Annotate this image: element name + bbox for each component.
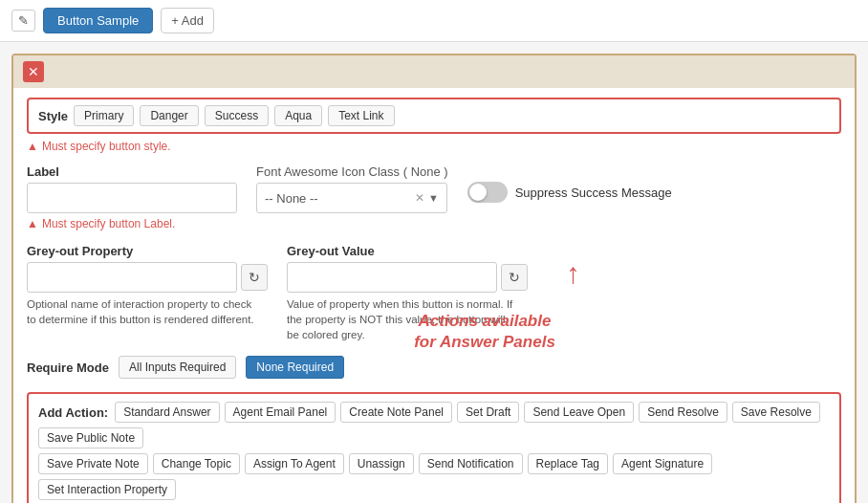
annotation-arrow-icon: ↑ xyxy=(566,257,580,290)
label-group: Label ▲ Must specify button Label. xyxy=(27,164,237,230)
close-button[interactable]: ✕ xyxy=(23,61,44,82)
require-mode-label: Require Mode xyxy=(27,361,109,375)
style-tab-danger[interactable]: Danger xyxy=(140,105,198,126)
action-agent-email-panel[interactable]: Agent Email Panel xyxy=(225,402,336,423)
refresh-icon: ↻ xyxy=(249,270,260,285)
panel-body: Style Primary Danger Success Aqua Text L… xyxy=(13,88,855,503)
action-set-interaction-property[interactable]: Set Interaction Property xyxy=(38,479,176,500)
greyout-value-input-row: ↻ xyxy=(287,262,528,293)
actions-row-1: Add Action: Standard Answer Agent Email … xyxy=(38,402,830,448)
error-triangle-icon: ▲ xyxy=(27,140,38,153)
font-awesome-label: Font Awesome Icon Class ( None ) xyxy=(256,164,448,179)
action-unassign[interactable]: Unassign xyxy=(349,453,414,474)
actions-panel: Add Action: Standard Answer Agent Email … xyxy=(27,392,841,503)
greyout-property-desc: Optional name of interaction property to… xyxy=(27,296,256,327)
action-standard-answer[interactable]: Standard Answer xyxy=(115,402,219,423)
greyout-value-refresh-button[interactable]: ↻ xyxy=(501,264,528,291)
action-change-topic[interactable]: Change Topic xyxy=(153,453,240,474)
suppress-toggle[interactable] xyxy=(467,182,508,203)
label-label: Label xyxy=(27,164,237,179)
style-error: ▲ Must specify button style. xyxy=(27,140,841,153)
style-tab-success[interactable]: Success xyxy=(205,105,269,126)
main-panel: ✕ Style Primary Danger Success Aqua Text… xyxy=(11,54,857,503)
style-tab-primary[interactable]: Primary xyxy=(74,105,134,126)
action-send-notification[interactable]: Send Notification xyxy=(419,453,523,474)
edit-icon-button[interactable]: ✎ xyxy=(11,10,35,32)
action-assign-to-agent[interactable]: Assign To Agent xyxy=(245,453,344,474)
none-required-button[interactable]: None Required xyxy=(246,356,344,379)
actions-row-2: Save Private Note Change Topic Assign To… xyxy=(38,453,830,500)
suppress-label: Suppress Success Message xyxy=(515,186,672,200)
select-value: -- None -- xyxy=(265,191,415,206)
action-replace-tag[interactable]: Replace Tag xyxy=(528,453,609,474)
select-clear-icon[interactable]: ✕ xyxy=(415,191,424,205)
label-input[interactable] xyxy=(27,183,237,213)
greyout-property-label: Grey-out Property xyxy=(27,244,268,258)
action-send-leave-open[interactable]: Send Leave Open xyxy=(524,402,634,423)
add-button[interactable]: + Add xyxy=(161,8,214,33)
greyout-property-input-row: ↻ xyxy=(27,262,268,293)
close-icon: ✕ xyxy=(28,64,39,79)
style-label: Style xyxy=(38,109,68,123)
action-send-resolve[interactable]: Send Resolve xyxy=(639,402,727,423)
greyout-value-input[interactable] xyxy=(287,262,497,293)
greyout-property-group: Grey-out Property ↻ Optional name of int… xyxy=(27,244,268,327)
annotation-text: Actions available for Answer Panels xyxy=(408,311,561,353)
greyout-property-refresh-button[interactable]: ↻ xyxy=(241,264,268,291)
font-awesome-group: Font Awesome Icon Class ( None ) -- None… xyxy=(256,164,448,213)
label-row: Label ▲ Must specify button Label. Font … xyxy=(27,164,841,230)
top-bar: ✎ Button Sample + Add xyxy=(0,0,868,42)
button-sample-button[interactable]: Button Sample xyxy=(43,8,153,33)
action-save-resolve[interactable]: Save Resolve xyxy=(732,402,820,423)
panel-header: ✕ xyxy=(13,55,855,88)
style-tab-aqua[interactable]: Aqua xyxy=(274,105,322,126)
refresh-icon-2: ↻ xyxy=(509,270,520,285)
style-tabs-row: Style Primary Danger Success Aqua Text L… xyxy=(38,105,830,126)
action-create-note-panel[interactable]: Create Note Panel xyxy=(340,402,452,423)
greyout-value-label: Grey-out Value xyxy=(287,244,528,258)
suppress-group: Suppress Success Message xyxy=(467,182,672,203)
action-set-draft[interactable]: Set Draft xyxy=(457,402,519,423)
greyout-property-input[interactable] xyxy=(27,262,237,293)
add-action-label: Add Action: xyxy=(38,405,108,420)
action-save-public-note[interactable]: Save Public Note xyxy=(38,427,143,448)
select-chevron-icon[interactable]: ▼ xyxy=(428,192,439,204)
annotation-container: Actions available for Answer Panels ↑ xyxy=(566,253,580,290)
font-awesome-select[interactable]: -- None -- ✕ ▼ xyxy=(256,183,447,213)
require-mode-row: Require Mode All Inputs Required None Re… xyxy=(27,356,841,379)
action-agent-signature[interactable]: Agent Signature xyxy=(613,453,712,474)
toggle-thumb xyxy=(469,184,487,201)
style-section: Style Primary Danger Success Aqua Text L… xyxy=(27,98,841,134)
label-error-icon: ▲ xyxy=(27,217,38,230)
action-save-private-note[interactable]: Save Private Note xyxy=(38,453,148,474)
style-tab-text-link[interactable]: Text Link xyxy=(328,105,394,126)
label-error: ▲ Must specify button Label. xyxy=(27,217,237,230)
all-inputs-required-button[interactable]: All Inputs Required xyxy=(119,356,236,379)
greyout-row: Grey-out Property ↻ Optional name of int… xyxy=(27,244,841,342)
